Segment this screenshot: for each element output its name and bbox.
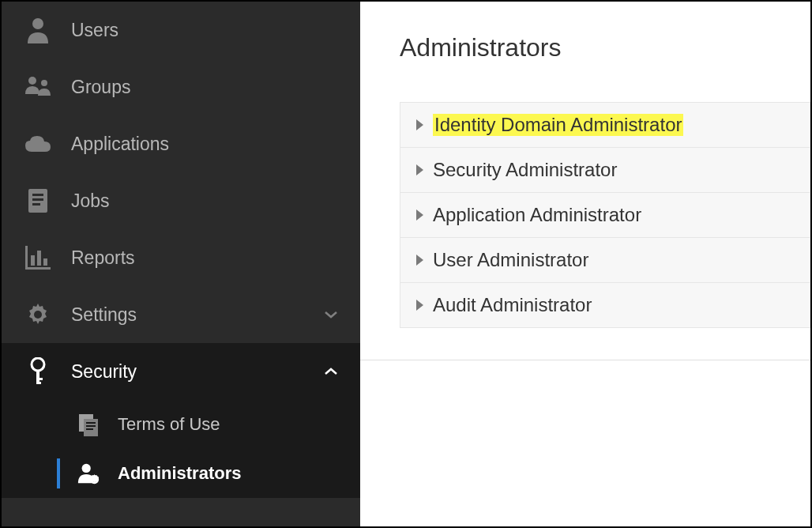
svg-rect-4 xyxy=(32,194,43,196)
clipboard-icon xyxy=(24,187,52,215)
svg-rect-9 xyxy=(31,255,35,266)
accordion-row-label: Application Administrator xyxy=(433,204,641,226)
accordion-row-audit-admin[interactable]: Audit Administrator xyxy=(400,283,810,328)
svg-point-0 xyxy=(32,18,43,29)
sidebar-item-settings[interactable]: Settings xyxy=(2,286,360,343)
svg-rect-16 xyxy=(36,378,43,380)
main-content: Administrators Identity Domain Administr… xyxy=(360,2,810,526)
triangle-right-icon xyxy=(416,164,423,175)
svg-rect-10 xyxy=(37,251,41,266)
documents-icon xyxy=(77,413,100,436)
svg-rect-5 xyxy=(32,198,43,201)
sidebar: Users Groups Applications Jobs Reports S… xyxy=(2,2,360,526)
accordion-row-label: Identity Domain Administrator xyxy=(433,114,683,136)
sidebar-item-label: Groups xyxy=(71,77,130,98)
sidebar-item-label: Reports xyxy=(71,247,135,269)
svg-point-1 xyxy=(28,77,36,85)
groups-icon xyxy=(24,73,52,101)
triangle-right-icon xyxy=(416,119,423,130)
svg-point-12 xyxy=(34,311,42,319)
triangle-right-icon xyxy=(416,209,423,221)
sidebar-item-security[interactable]: Security xyxy=(2,343,360,400)
gear-icon xyxy=(24,300,52,329)
sidebar-item-reports[interactable]: Reports xyxy=(2,229,360,286)
accordion-row-application-admin[interactable]: Application Administrator xyxy=(400,193,810,238)
accordion-row-user-admin[interactable]: User Administrator xyxy=(400,238,810,283)
svg-rect-7 xyxy=(25,246,28,270)
chevron-down-icon xyxy=(324,310,338,319)
svg-point-14 xyxy=(36,362,40,367)
accordion-row-security-admin[interactable]: Security Administrator xyxy=(400,148,810,193)
sidebar-item-applications[interactable]: Applications xyxy=(2,115,360,172)
page-title: Administrators xyxy=(400,33,810,62)
accordion-row-identity-domain-admin[interactable]: Identity Domain Administrator xyxy=(400,102,810,148)
sidebar-item-label: Security xyxy=(71,361,137,383)
sidebar-subitem-administrators[interactable]: Administrators xyxy=(2,449,360,498)
svg-point-23 xyxy=(82,464,91,473)
accordion-row-label: Audit Administrator xyxy=(433,294,592,316)
sidebar-item-users[interactable]: Users xyxy=(2,2,360,58)
svg-rect-19 xyxy=(84,419,98,436)
accordion-row-label: Security Administrator xyxy=(433,159,617,181)
svg-rect-20 xyxy=(86,422,96,424)
triangle-right-icon xyxy=(416,300,423,311)
chevron-up-icon xyxy=(324,367,338,376)
administrators-accordion: Identity Domain Administrator Security A… xyxy=(400,102,810,328)
sidebar-item-groups[interactable]: Groups xyxy=(2,58,360,115)
sidebar-subitem-label: Terms of Use xyxy=(118,414,220,435)
cloud-icon xyxy=(24,130,52,158)
user-cog-icon xyxy=(77,462,100,485)
sidebar-subitem-label: Administrators xyxy=(118,463,241,484)
svg-point-2 xyxy=(41,80,47,86)
svg-rect-8 xyxy=(25,267,51,270)
svg-rect-21 xyxy=(86,425,96,427)
sidebar-item-label: Applications xyxy=(71,134,169,155)
svg-rect-22 xyxy=(86,428,93,430)
sidebar-subitem-terms-of-use[interactable]: Terms of Use xyxy=(2,400,360,449)
user-icon xyxy=(24,16,52,44)
sidebar-item-label: Jobs xyxy=(71,190,110,212)
key-icon xyxy=(24,357,52,386)
triangle-right-icon xyxy=(416,255,423,266)
sidebar-item-jobs[interactable]: Jobs xyxy=(2,172,360,229)
svg-rect-6 xyxy=(32,203,40,206)
svg-rect-11 xyxy=(43,258,47,266)
sidebar-item-label: Users xyxy=(71,20,118,41)
barchart-icon xyxy=(24,243,52,272)
svg-rect-17 xyxy=(36,382,41,384)
accordion-row-label: User Administrator xyxy=(433,249,588,271)
sidebar-item-label: Settings xyxy=(71,304,137,326)
